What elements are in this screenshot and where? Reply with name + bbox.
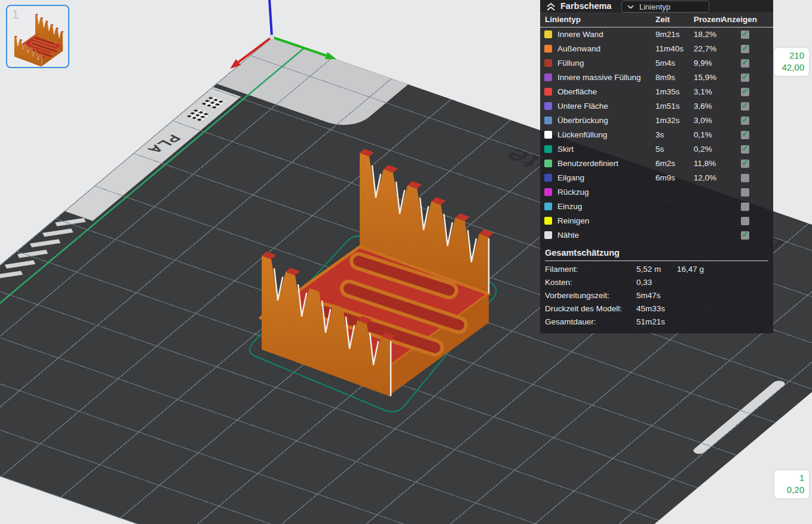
line-type-row[interactable]: Nähte (540, 228, 773, 243)
visibility-checkbox[interactable] (741, 131, 749, 139)
plate-thumbnail-image (11, 12, 67, 68)
line-type-time: 5s (655, 145, 664, 154)
visibility-checkbox[interactable] (741, 59, 749, 68)
panel-title: Farbschema (560, 1, 611, 11)
summary-row: Vorbereitungszeit: 5m47s (540, 289, 773, 302)
visibility-checkbox[interactable] (741, 30, 749, 39)
summary-label: Filament: (545, 265, 578, 274)
line-type-label: Eilgang (557, 173, 584, 182)
line-type-time: 6m9s (655, 173, 675, 182)
line-type-color-swatch (544, 160, 552, 167)
line-type-label: Außenwand (557, 44, 600, 53)
line-type-label: Einzug (557, 202, 582, 211)
line-type-label: Nähte (557, 231, 579, 240)
line-type-percent: 3,0% (694, 116, 712, 125)
line-type-label: Oberfläche (557, 87, 597, 96)
line-type-row[interactable]: Reinigen (540, 214, 773, 228)
line-type-color-swatch (544, 102, 552, 110)
plate-thumbnail-card[interactable]: 1 (6, 5, 69, 68)
line-type-time: 1m51s (655, 102, 680, 111)
bottom-layer-height: 0,20 (774, 484, 804, 496)
bottom-layer-number: 1 (774, 472, 804, 484)
summary-label: Druckzeit des Modell: (545, 304, 622, 313)
visibility-checkbox[interactable] (741, 45, 749, 53)
line-type-row[interactable]: Einzug (540, 200, 773, 214)
line-type-time: 11m40s (655, 44, 684, 53)
summary-row: Filament: 5,52 m 16,47 g (540, 263, 773, 276)
line-type-time: 1m35s (655, 87, 680, 96)
color-scheme-dropdown[interactable]: Linientyp (621, 1, 709, 13)
line-type-color-swatch (544, 45, 552, 53)
visibility-checkbox[interactable] (741, 88, 749, 96)
column-zeit: Zeit (655, 15, 670, 24)
summary-value: 51m21s (636, 317, 665, 326)
summary-row: Kosten: 0,33 (540, 276, 773, 289)
line-type-color-swatch (544, 59, 552, 67)
line-type-row[interactable]: Innere massive Füllung 8m9s 15,9% (540, 71, 773, 85)
line-type-row[interactable]: Rückzug (540, 185, 773, 200)
visibility-checkbox[interactable] (741, 117, 749, 125)
summary-label: Vorbereitungszeit: (545, 291, 609, 300)
visibility-checkbox[interactable] (741, 188, 749, 197)
line-type-row[interactable]: Innere Wand 9m21s 18,2% (540, 27, 773, 42)
line-type-label: Benutzerdefiniert (557, 159, 618, 168)
line-type-row[interactable]: Eilgang 6m9s 12,0% (540, 171, 773, 185)
line-type-percent: 22,7% (694, 44, 716, 53)
visibility-checkbox[interactable] (741, 73, 749, 82)
line-type-color-swatch (544, 174, 552, 182)
line-type-row[interactable]: Skirt 5s 0,2% (540, 142, 773, 157)
line-type-color-swatch (544, 203, 552, 210)
summary-value-2: 16,47 g (677, 265, 704, 274)
line-type-label: Skirt (557, 145, 574, 154)
line-type-percent: 11,8% (694, 159, 716, 168)
visibility-checkbox[interactable] (741, 203, 749, 211)
summary-label: Gesamtdauer: (545, 317, 596, 326)
summary-value: 5,52 m (636, 265, 661, 274)
layer-slider-top-label[interactable]: 210 42,00 (774, 48, 809, 76)
line-type-color-swatch (544, 30, 552, 38)
top-layer-number: 210 (774, 50, 804, 62)
preview-legend-panel: Farbschema Linientyp Linientyp Zeit Proz… (540, 0, 773, 333)
visibility-checkbox[interactable] (741, 174, 749, 182)
line-type-row[interactable]: Außenwand 11m40s 22,7% (540, 42, 773, 56)
visibility-checkbox[interactable] (741, 231, 749, 240)
visibility-checkbox[interactable] (741, 145, 749, 154)
line-type-percent: 0,1% (694, 130, 712, 139)
line-type-row[interactable]: Oberfläche 1m35s 3,1% (540, 85, 773, 99)
visibility-checkbox[interactable] (741, 102, 749, 111)
chevron-down-icon (627, 5, 634, 9)
line-type-row[interactable]: Untere Fläche 1m51s 3,6% (540, 99, 773, 114)
line-type-label: Innere Wand (557, 30, 603, 39)
color-scheme-value: Linientyp (639, 2, 670, 11)
line-type-percent: 3,6% (694, 102, 712, 111)
line-type-row[interactable]: Benutzerdefiniert 6m2s 11,8% (540, 157, 773, 171)
line-type-percent: 0,2% (694, 145, 712, 154)
line-type-percent: 12,0% (694, 173, 716, 182)
layer-slider-bottom-label[interactable]: 1 0,20 (774, 470, 809, 498)
visibility-checkbox[interactable] (741, 217, 749, 225)
line-type-row[interactable]: Füllung 5m4s 9,9% (540, 56, 773, 71)
line-type-color-swatch (544, 117, 552, 124)
line-type-percent: 9,9% (694, 59, 712, 68)
line-type-row[interactable]: Lückenfüllung 3s 0,1% (540, 128, 773, 142)
line-type-color-swatch (544, 145, 552, 153)
line-type-label: Überbrückung (557, 116, 608, 125)
panel-header: Farbschema Linientyp (540, 0, 773, 13)
line-type-time: 5m4s (655, 59, 675, 68)
line-type-label: Rückzug (557, 188, 589, 197)
collapse-panel-icon[interactable] (546, 2, 556, 11)
line-type-color-swatch (544, 217, 552, 225)
summary-label: Kosten: (545, 278, 572, 287)
line-type-row[interactable]: Überbrückung 1m32s 3,0% (540, 114, 773, 128)
line-type-color-swatch (544, 188, 552, 196)
line-type-label: Innere massive Füllung (557, 73, 641, 82)
summary-row: Gesamtdauer: 51m21s (540, 315, 773, 329)
line-type-time: 3s (655, 130, 664, 139)
slicer-preview-viewport: PLA Bambu Cool Plate (0, 0, 812, 524)
line-type-color-swatch (544, 231, 552, 239)
line-type-color-swatch (544, 73, 552, 81)
line-type-percent: 18,2% (694, 30, 716, 39)
line-type-percent: 3,1% (694, 87, 712, 96)
summary-row: Druckzeit des Modell: 45m33s (540, 302, 773, 315)
visibility-checkbox[interactable] (741, 160, 749, 168)
